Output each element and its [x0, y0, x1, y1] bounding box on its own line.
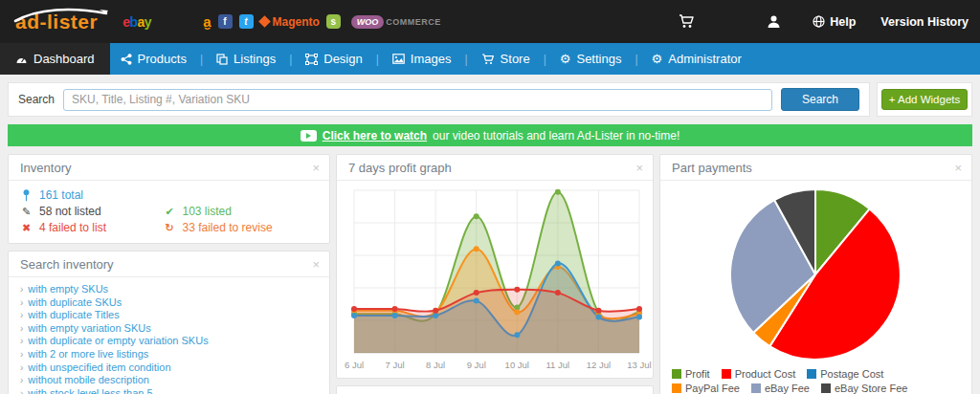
- nav-item-label: Administrator: [668, 52, 742, 66]
- chevron-right-icon: ›: [20, 323, 23, 334]
- svg-text:10 Jul: 10 Jul: [505, 360, 529, 370]
- inventory-widget: Inventory × 161 total✎58 not listed✔103 …: [8, 154, 330, 244]
- nav-separator: |: [541, 43, 549, 75]
- nav-item-label: Design: [323, 52, 362, 66]
- nav-item-label: Store: [501, 52, 530, 66]
- search-inventory-link[interactable]: with unspecified item condition: [28, 361, 170, 373]
- inventory-stat[interactable]: ✔103 listed: [164, 204, 318, 219]
- search-inventory-link[interactable]: with stock level less than 5: [28, 387, 152, 394]
- legend-item[interactable]: eBay Fee: [751, 383, 810, 394]
- refresh-icon: ↻: [164, 223, 176, 233]
- nav-item-settings[interactable]: ⚙Settings: [549, 43, 633, 75]
- amazon-icon[interactable]: a: [203, 16, 211, 28]
- close-widget-icon[interactable]: ×: [312, 162, 320, 174]
- banner-text: our video tutorials and learn Ad-Lister …: [433, 129, 679, 142]
- nav-item-images[interactable]: Images: [382, 43, 462, 75]
- nav-item-administrator[interactable]: ⚙Administrator: [641, 43, 752, 75]
- legend-label: eBay Store Fee: [835, 383, 907, 394]
- legend-swatch: [672, 383, 681, 393]
- nav-item-listings[interactable]: Listings: [206, 43, 286, 75]
- facebook-icon[interactable]: f: [218, 14, 233, 29]
- search-inventory-link[interactable]: with duplicate Titles: [28, 309, 119, 320]
- legend-item[interactable]: PayPal Fee: [672, 383, 740, 394]
- chevron-right-icon: ›: [20, 310, 23, 320]
- images-icon: [392, 54, 405, 64]
- svg-text:9 Jul: 9 Jul: [467, 360, 486, 370]
- legend-swatch: [672, 369, 681, 379]
- close-widget-icon[interactable]: ×: [954, 162, 962, 174]
- add-widgets-button[interactable]: + Add Widgets: [881, 89, 968, 110]
- globe-icon: [813, 15, 825, 28]
- dashboard-icon: [15, 55, 28, 64]
- nav-item-design[interactable]: Design: [295, 43, 372, 75]
- ad-lister-logo[interactable]: ad-lister: [15, 11, 98, 33]
- banner-link[interactable]: Click here to watch: [323, 129, 427, 142]
- search-inventory-row: ›with 2 or more live listings: [20, 348, 318, 361]
- legend-swatch: [821, 383, 831, 393]
- inventory-stat[interactable]: ✖4 failed to list: [20, 220, 164, 235]
- nav-item-label: Products: [138, 52, 187, 66]
- nav-item-dashboard[interactable]: Dashboard: [0, 43, 110, 75]
- search-inventory-link[interactable]: without mobile description: [28, 374, 149, 385]
- x-icon: ✖: [20, 223, 33, 233]
- search-inventory-links: ›with empty SKUs›with duplicate SKUs›wit…: [9, 277, 329, 394]
- search-row: Search Search + Add Widgets: [8, 82, 972, 117]
- legend-item[interactable]: Profit: [672, 368, 710, 380]
- youtube-play-icon: [301, 130, 317, 142]
- legend-item[interactable]: eBay Store Fee: [821, 383, 907, 394]
- help-button[interactable]: Help: [813, 15, 856, 29]
- cart-icon[interactable]: [679, 14, 695, 29]
- search-inventory-link[interactable]: with duplicate SKUs: [28, 296, 122, 308]
- profit-graph-widget-title: 7 days profit graph: [348, 161, 452, 175]
- inventory-stat[interactable]: ✎58 not listed: [20, 204, 164, 219]
- close-widget-icon[interactable]: ×: [635, 162, 643, 174]
- search-inventory-row: ›with stock level less than 5: [20, 387, 318, 394]
- inventory-stat-label: 103 listed: [183, 204, 232, 219]
- search-inventory-row: ›with duplicate Titles: [20, 309, 318, 322]
- inventory-widget-title: Inventory: [20, 161, 71, 175]
- tutorial-banner[interactable]: Click here to watch our video tutorials …: [8, 124, 972, 146]
- nav-item-store[interactable]: Store: [471, 43, 541, 75]
- user-icon[interactable]: [768, 15, 780, 29]
- nav-item-products[interactable]: Products: [110, 43, 197, 75]
- chevron-right-icon: ›: [20, 336, 23, 346]
- inventory-stat-label: 33 failed to revise: [183, 220, 273, 235]
- part-payments-pie-chart: [660, 181, 971, 366]
- woocommerce-logo[interactable]: WOO COMMERCE: [351, 15, 441, 29]
- legend-label: Profit: [685, 368, 710, 380]
- shopify-icon[interactable]: s: [326, 14, 341, 29]
- top-bar: ad-lister ebay a f t Magento s WOO COMME…: [0, 0, 980, 43]
- nav-item-label: Settings: [576, 52, 621, 66]
- search-label: Search: [18, 93, 55, 106]
- chevron-right-icon: ›: [20, 362, 23, 373]
- inventory-stat[interactable]: 161 total: [20, 187, 164, 203]
- nav-item-label: Listings: [234, 52, 276, 66]
- nav-item-label: Dashboard: [33, 52, 95, 66]
- magento-logo[interactable]: Magento: [260, 15, 320, 29]
- inventory-stats: 161 total✎58 not listed✔103 listed✖4 fai…: [9, 181, 329, 243]
- search-button[interactable]: Search: [781, 88, 859, 111]
- search-input[interactable]: [63, 89, 772, 111]
- search-inventory-row: ›with duplicate or empty variation SKUs: [20, 335, 318, 348]
- legend-item[interactable]: Postage Cost: [807, 368, 883, 380]
- version-history-button[interactable]: Version History: [880, 15, 969, 29]
- search-inventory-link[interactable]: with empty SKUs: [28, 283, 108, 295]
- search-inventory-row: ›with empty SKUs: [20, 283, 318, 296]
- legend-item[interactable]: Product Cost: [722, 368, 796, 380]
- inventory-stat[interactable]: ↻33 failed to revise: [164, 220, 318, 235]
- marketplace-integrations: a f t Magento s WOO COMMERCE: [203, 14, 441, 29]
- search-inventory-link[interactable]: with duplicate or empty variation SKUs: [28, 335, 208, 346]
- ad-lister-logo-text: ad-lister: [15, 11, 98, 33]
- main-nav: DashboardProducts|Listings|Design|Images…: [0, 43, 980, 75]
- chevron-right-icon: ›: [20, 375, 23, 385]
- inventory-stat-label: 161 total: [39, 187, 83, 203]
- search-inventory-widget-title: Search inventory: [20, 257, 114, 272]
- legend-label: PayPal Fee: [685, 383, 740, 394]
- search-inventory-link[interactable]: with empty variation SKUs: [28, 322, 150, 334]
- svg-text:11 Jul: 11 Jul: [546, 360, 570, 370]
- profit-graph-widget: 7 days profit graph × 6 Jul7 Jul8 Jul9 J…: [336, 154, 654, 379]
- ebay-logo[interactable]: ebay: [122, 14, 151, 30]
- close-widget-icon[interactable]: ×: [312, 258, 320, 271]
- search-inventory-link[interactable]: with 2 or more live listings: [28, 348, 148, 360]
- twitter-icon[interactable]: t: [239, 14, 254, 29]
